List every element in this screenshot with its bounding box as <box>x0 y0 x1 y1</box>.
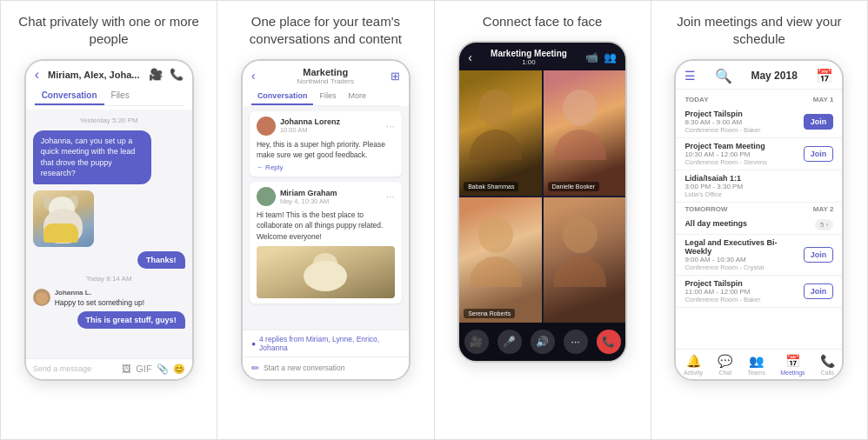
teams-tab-conversation[interactable]: Conversation <box>251 89 314 105</box>
meeting-title: Marketing Meeting <box>491 49 567 58</box>
teams-feed: Johanna Lorenz 10:00 AM ··· Hey, this is… <box>243 106 409 330</box>
phone-video: ‹ Marketing Meeting 1:00 📹 👥 Babak Shamm… <box>457 41 627 363</box>
participant-name-2: Danielle Booker <box>548 182 599 191</box>
meetings-nav-bar: 🔔 Activity 💬 Chat 👥 Teams 📅 Meetings 📞 <box>676 349 842 379</box>
msg-body-1: Hey, this is a super high priority. Plea… <box>257 139 395 161</box>
new-conversation-bar[interactable]: ✏ Start a new conversation <box>243 357 409 379</box>
teams-tab-more[interactable]: More <box>342 89 372 105</box>
video-call-icon[interactable]: 🎥 <box>149 68 163 81</box>
meetings-nav-icon: 📅 <box>785 354 800 368</box>
replies-text: 4 replies from Miriam, Lynne, Enrico, Jo… <box>259 335 400 352</box>
image-icon[interactable]: 🖼 <box>122 363 131 375</box>
chat-input-bar: Send a message 🖼 GIF 📎 😊 <box>26 358 192 379</box>
edit-icon[interactable]: ⊞ <box>391 70 400 83</box>
meetings-header: ☰ 🔍 May 2018 📅 <box>676 61 842 90</box>
join-btn-legal[interactable]: Join <box>804 247 834 263</box>
more-options-btn[interactable]: ··· <box>564 330 588 354</box>
msg-meta-2: Miriam Graham May 4, 10:30 AM <box>280 189 382 205</box>
teams-tabs: Conversation Files More <box>251 89 400 106</box>
video-grid: Babak Shammas Danielle Booker Serena Rob… <box>459 70 625 323</box>
nav-teams[interactable]: 👥 Teams <box>747 354 765 376</box>
panel-video: Connect face to face ‹ Marketing Meeting… <box>435 1 651 439</box>
date-today: Today 8:14 AM <box>33 275 185 283</box>
event-title-lidia: Lidia/Isaiah 1:1 <box>684 174 833 183</box>
nav-chat[interactable]: 💬 Chat <box>718 354 732 376</box>
panel3-title: Connect face to face <box>474 13 611 30</box>
teams-header: ‹ Marketing Northwind Traders ⊞ Conversa… <box>243 61 409 106</box>
nav-activity[interactable]: 🔔 Activity <box>684 354 703 376</box>
avatar-johanna-lorenz <box>257 117 276 136</box>
video-controls: 🎥 🎤 🔊 ··· 📞 <box>459 323 625 361</box>
panel-meetings: Join meetings and view your schedule ☰ 🔍… <box>651 1 867 439</box>
msg-name-1: Johanna Lorenz <box>280 117 382 126</box>
event-team-info: Project Team Meeting 10:30 AM - 12:00 PM… <box>684 142 796 166</box>
back-icon[interactable]: ‹ <box>35 67 39 83</box>
msg-meta-1: Johanna Lorenz 10:00 AM <box>280 117 382 134</box>
event-time-team: 10:30 AM - 12:00 PM <box>684 150 796 158</box>
panel-teams: One place for your team's conversations … <box>217 1 434 439</box>
msg-bubble-johanna-1: Johanna, can you set up a quick meeting … <box>33 130 152 184</box>
event-lidia: Lidia/Isaiah 1:1 3:00 PM - 3:30 PM Lidia… <box>676 170 842 203</box>
reply-btn-1[interactable]: ← Reply <box>257 163 395 171</box>
tab-files[interactable]: Files <box>104 88 137 105</box>
nav-label-meetings: Meetings <box>780 370 805 376</box>
msg-bubble-great: This is great stuff, guys! <box>77 311 185 329</box>
event-tailspin-2-info: Project Tailspin 11:00 AM - 12:00 PM Con… <box>684 279 796 303</box>
video-icon[interactable]: 📹 <box>585 51 598 63</box>
join-btn-team[interactable]: Join <box>804 146 834 162</box>
teams-back-icon[interactable]: ‹ <box>251 69 256 83</box>
section-today-date: MAY 1 <box>813 96 834 103</box>
team-sub: Northwind Traders <box>261 77 391 85</box>
mic-toggle-btn[interactable]: 🎤 <box>497 330 522 354</box>
join-btn-1[interactable]: Join <box>804 114 834 130</box>
event-time-1: 8:30 AM - 9:00 AM <box>684 118 796 126</box>
event-title-team: Project Team Meeting <box>684 142 796 150</box>
video-back-icon[interactable]: ‹ <box>468 50 472 64</box>
search-icon[interactable]: 🔍 <box>715 68 732 84</box>
event-tailspin-2: Project Tailspin 11:00 AM - 12:00 PM Con… <box>676 276 842 308</box>
section-tomorrow: TOMORROW MAY 2 <box>676 203 842 216</box>
phone-call-icon[interactable]: 📞 <box>170 68 184 81</box>
msg-more-icon-2[interactable]: ··· <box>386 190 395 203</box>
panel2-title: One place for your team's conversations … <box>225 13 425 49</box>
calendar-icon[interactable]: 📅 <box>816 68 833 84</box>
teams-tab-files[interactable]: Files <box>313 89 342 105</box>
event-loc-1: Conference Room - Baker <box>684 126 796 134</box>
chat-nav-icon: 💬 <box>718 354 732 368</box>
end-call-btn[interactable]: 📞 <box>597 330 621 354</box>
puppy-image-2 <box>257 246 395 298</box>
event-loc-lidia: Lidia's Office <box>684 190 833 198</box>
speaker-toggle-btn[interactable]: 🔊 <box>531 330 555 354</box>
nav-label-teams: Teams <box>747 370 765 376</box>
teams-msg-2: Miriam Graham May 4, 10:30 AM ··· Hi tea… <box>250 182 402 303</box>
participants-icon[interactable]: 👥 <box>604 51 617 63</box>
video-cell-4 <box>544 197 626 323</box>
tab-conversation[interactable]: Conversation <box>35 88 104 105</box>
join-btn-tailspin-2[interactable]: Join <box>804 283 834 299</box>
event-allday: All day meetings 5 › <box>676 216 842 235</box>
nav-label-calls: Calls <box>821 370 835 376</box>
event-loc-legal: Conference Room - Crystal <box>684 263 796 271</box>
participant-name-3: Serena Roberts <box>464 309 515 318</box>
replies-bar[interactable]: ● 4 replies from Miriam, Lynne, Enrico, … <box>243 330 409 357</box>
event-tailspin-1: Project Tailspin 8:30 AM - 9:00 AM Confe… <box>676 106 842 138</box>
attach-icon[interactable]: 📎 <box>157 363 169 375</box>
video-header-icons: 📹 👥 <box>585 51 617 63</box>
phone-chat: ‹ Miriam, Alex, Joha... 🎥 📞 Conversation… <box>24 59 194 381</box>
emoji-icon[interactable]: 😊 <box>173 363 185 375</box>
event-time-lidia: 3:00 PM - 3:30 PM <box>684 183 833 190</box>
date-yesterday: Yesterday 5:20 PM <box>33 117 185 124</box>
panel1-title: Chat privately with one or more people <box>9 13 209 49</box>
msg-author-johanna: Johanna L. <box>55 289 144 297</box>
panel4-title: Join meetings and view your schedule <box>659 13 859 49</box>
nav-calls[interactable]: 📞 Calls <box>820 354 835 376</box>
section-tomorrow-date: MAY 2 <box>813 205 834 213</box>
video-toggle-btn[interactable]: 🎥 <box>464 330 489 354</box>
msg-more-icon[interactable]: ··· <box>386 120 395 132</box>
event-loc-tailspin-2: Conference Room - Baker <box>684 296 796 303</box>
nav-meetings[interactable]: 📅 Meetings <box>780 354 805 376</box>
hamburger-icon[interactable]: ☰ <box>684 69 696 83</box>
chat-input-placeholder[interactable]: Send a message <box>33 364 117 373</box>
gif-icon[interactable]: GIF <box>136 363 151 375</box>
msg-bubble-thanks: Thanks! <box>137 251 185 269</box>
